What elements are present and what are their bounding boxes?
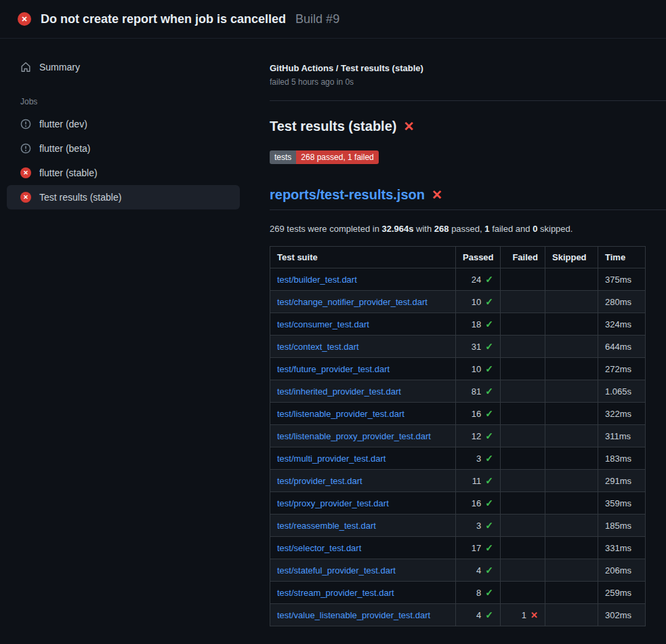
col-header-failed: Failed xyxy=(501,247,545,268)
sidebar-item-flutter-beta[interactable]: flutter (beta) xyxy=(7,136,240,161)
check-icon xyxy=(485,587,493,598)
tests-badge: tests 268 passed, 1 failed xyxy=(270,150,379,164)
suite-link[interactable]: test/context_test.dart xyxy=(277,342,359,352)
time-cell: 185ms xyxy=(598,515,646,537)
passed-cell: 3 xyxy=(456,447,501,470)
failed-cell xyxy=(501,403,545,425)
skipped-cell xyxy=(545,425,598,447)
passed-cell: 16 xyxy=(456,492,501,515)
check-icon xyxy=(485,609,493,620)
time-cell: 322ms xyxy=(598,403,646,425)
failed-x-icon: ✕ xyxy=(403,120,414,133)
time-cell: 291ms xyxy=(598,470,646,492)
table-row: test/multi_provider_test.dart 3 183ms xyxy=(270,447,646,470)
suite-link[interactable]: test/proxy_provider_test.dart xyxy=(277,498,389,508)
failed-cell xyxy=(501,336,545,358)
passed-cell: 16 xyxy=(456,403,501,425)
passed-count: 4 xyxy=(476,565,481,576)
sidebar-item-summary[interactable]: Summary xyxy=(7,55,240,79)
time-cell: 272ms xyxy=(598,358,646,380)
col-header-time: Time xyxy=(598,247,646,268)
suite-link[interactable]: test/provider_test.dart xyxy=(277,476,362,486)
time-cell: 324ms xyxy=(598,313,646,336)
table-row: test/stream_provider_test.dart 8 259ms xyxy=(270,582,646,604)
passed-count: 16 xyxy=(472,409,481,419)
check-icon xyxy=(485,341,493,352)
passed-cell: 81 xyxy=(456,380,501,403)
check-icon xyxy=(485,363,493,374)
skipped-cell xyxy=(545,537,598,559)
failed-cell: 1 xyxy=(501,604,545,626)
summary-passed-count: 268 xyxy=(434,224,449,234)
time-cell: 359ms xyxy=(598,492,646,515)
passed-cell: 10 xyxy=(456,291,501,313)
suite-link[interactable]: test/value_listenable_provider_test.dart xyxy=(277,610,430,620)
suite-link[interactable]: test/stream_provider_test.dart xyxy=(277,588,394,598)
passed-cell: 17 xyxy=(456,537,501,559)
passed-count: 10 xyxy=(472,297,481,307)
suite-link[interactable]: test/inherited_provider_test.dart xyxy=(277,386,401,397)
col-header-test-suite: Test suite xyxy=(270,247,456,268)
suite-link[interactable]: test/selector_test.dart xyxy=(277,543,361,553)
table-row: test/builder_test.dart 24 375ms xyxy=(270,268,646,291)
sidebar-item-test-results-stable[interactable]: ✕ Test results (stable) xyxy=(7,185,240,209)
suite-link[interactable]: test/change_notifier_provider_test.dart xyxy=(277,297,428,307)
time-cell: 311ms xyxy=(598,425,646,447)
time-cell: 1.065s xyxy=(598,380,646,403)
failed-x-icon: ✕ xyxy=(432,188,442,201)
passed-count: 3 xyxy=(476,521,481,531)
suite-link[interactable]: test/consumer_test.dart xyxy=(277,319,369,329)
skipped-cell xyxy=(545,470,598,492)
skipped-cell xyxy=(545,582,598,604)
suite-link[interactable]: test/stateful_provider_test.dart xyxy=(277,565,396,576)
breadcrumb: GitHub Actions / Test results (stable) xyxy=(270,63,666,73)
divider xyxy=(270,100,666,101)
build-failed-icon: ✕ xyxy=(18,12,31,26)
report-file-name: reports/test-results.json xyxy=(270,187,425,203)
passed-cell: 10 xyxy=(456,358,501,380)
sidebar-item-flutter-dev[interactable]: flutter (dev) xyxy=(7,112,240,136)
passed-count: 18 xyxy=(472,319,481,329)
suite-link[interactable]: test/reassemble_test.dart xyxy=(277,521,376,531)
time-cell: 302ms xyxy=(598,604,646,626)
suite-link[interactable]: test/future_provider_test.dart xyxy=(277,364,390,374)
time-cell: 375ms xyxy=(598,268,646,291)
passed-count: 11 xyxy=(472,476,482,486)
failed-cell xyxy=(501,380,545,403)
passed-count: 10 xyxy=(472,364,481,374)
failed-cell xyxy=(501,559,545,582)
check-icon xyxy=(485,386,493,397)
suite-link[interactable]: test/builder_test.dart xyxy=(277,275,357,285)
badge-label: tests xyxy=(270,150,296,164)
failed-cell xyxy=(501,515,545,537)
table-row: test/provider_test.dart 11 291ms xyxy=(270,470,646,492)
failed-cell xyxy=(501,425,545,447)
time-cell: 331ms xyxy=(598,537,646,559)
suite-link[interactable]: test/multi_provider_test.dart xyxy=(277,454,386,464)
sidebar-item-label: Summary xyxy=(39,62,80,73)
check-icon xyxy=(485,430,493,441)
skipped-cell xyxy=(545,313,598,336)
time-cell: 259ms xyxy=(598,582,646,604)
failed-cell xyxy=(501,268,545,291)
summary-text: with xyxy=(413,224,434,234)
report-file-link[interactable]: reports/test-results.json ✕ xyxy=(270,187,442,203)
check-icon xyxy=(485,520,493,531)
check-icon xyxy=(485,565,493,576)
passed-cell: 31 xyxy=(456,336,501,358)
table-row: test/inherited_provider_test.dart 81 1.0… xyxy=(270,380,646,403)
sidebar-item-flutter-stable[interactable]: ✕ flutter (stable) xyxy=(7,161,240,185)
table-row: test/future_provider_test.dart 10 272ms xyxy=(270,358,646,380)
time-cell: 644ms xyxy=(598,336,646,358)
col-header-skipped: Skipped xyxy=(545,247,598,268)
skipped-cell xyxy=(545,336,598,358)
table-row: test/reassemble_test.dart 3 185ms xyxy=(270,515,646,537)
table-row: test/context_test.dart 31 644ms xyxy=(270,336,646,358)
skipped-cell xyxy=(545,559,598,582)
suite-link[interactable]: test/listenable_proxy_provider_test.dart xyxy=(277,431,431,441)
skipped-cell xyxy=(545,291,598,313)
skipped-cell xyxy=(545,604,598,626)
skipped-cell xyxy=(545,358,598,380)
sidebar-item-label: Test results (stable) xyxy=(39,192,121,203)
suite-link[interactable]: test/listenable_provider_test.dart xyxy=(277,409,404,419)
